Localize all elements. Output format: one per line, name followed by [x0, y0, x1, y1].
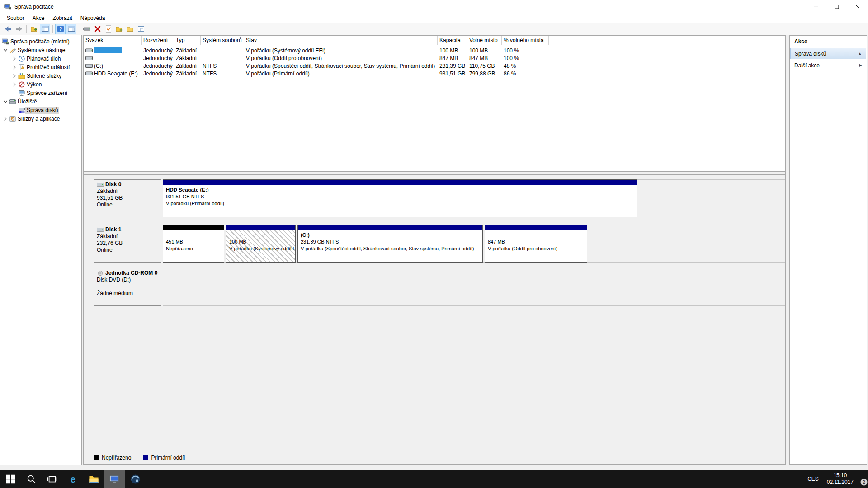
taskbar-search[interactable]: [21, 470, 42, 488]
volume-row[interactable]: JednoduchýZákladníV pořádku (Oddíl pro o…: [84, 54, 785, 62]
tree-item-sprava-pocitace-mistni[interactable]: Správa počítače (místní): [0, 37, 81, 46]
check-document-button[interactable]: [103, 24, 113, 34]
volume-cell: [84, 47, 142, 53]
taskbar-computer-management[interactable]: [104, 470, 125, 488]
column-header-stav[interactable]: Stav: [244, 36, 438, 45]
partition[interactable]: HDD Seagate (E:)931,51 GB NTFSV pořádku …: [163, 179, 637, 217]
device-manager-icon: [18, 89, 25, 97]
volume-cell: HDD Seagate (E:): [84, 70, 142, 77]
tree-item-sluzby-a-aplikace[interactable]: Služby a aplikace: [0, 114, 81, 123]
action-sprava-disku[interactable]: Správa disků▲: [790, 48, 866, 59]
tree-item-planovac-uloh[interactable]: Plánovač úloh: [0, 54, 81, 63]
tree-item-label: Správce zařízení: [25, 89, 69, 97]
taskbar-start[interactable]: [0, 470, 21, 488]
task-view-icon: [47, 474, 57, 484]
tree-item-prohlizec-udalosti[interactable]: Prohlížeč událostí: [0, 63, 81, 71]
disk-header[interactable]: Disk 0Základní931,51 GBOnline: [94, 179, 161, 217]
minimize-icon: [813, 4, 819, 10]
column-header-svazek[interactable]: Svazek: [84, 36, 142, 45]
menu-napoveda[interactable]: Nápověda: [76, 14, 109, 23]
close-icon: [854, 4, 861, 10]
tray-date: 02.11.2017: [827, 479, 854, 486]
disk-header[interactable]: Disk 1Základní232,76 GBOnline: [94, 225, 161, 263]
menu-zobrazit[interactable]: Zobrazit: [48, 14, 76, 23]
tray-clock[interactable]: 15:10 02.11.2017: [822, 470, 858, 488]
tree-item-systemove-nastroje[interactable]: Systémové nástroje: [0, 46, 81, 54]
disk-header[interactable]: Jednotka CD-ROM 0Disk DVD (D:) Žádné méd…: [94, 268, 161, 306]
disk-header-line: Základní: [97, 188, 158, 195]
column-header-volneho-mista[interactable]: % volného místa: [502, 36, 549, 45]
disk-header-line: Online: [97, 247, 158, 253]
tree-item-uloziste[interactable]: Úložiště: [0, 97, 81, 106]
partition[interactable]: (C:)231,39 GB NTFSV pořádku (Spouštěcí o…: [297, 225, 483, 263]
volume-cell: (C:): [84, 63, 142, 69]
folder-button[interactable]: [125, 24, 135, 34]
partition[interactable]: 100 MBV pořádku (Systémový oddíl EFI): [226, 225, 296, 263]
volume-row[interactable]: (C:)JednoduchýZákladníNTFSV pořádku (Spo…: [84, 62, 785, 70]
tray-language[interactable]: CES: [804, 470, 822, 488]
tray-action-center-icon[interactable]: 2: [858, 470, 868, 488]
chevron-down-icon[interactable]: [2, 47, 9, 54]
volume-row[interactable]: JednoduchýZákladníV pořádku (Systémový o…: [84, 47, 785, 54]
task-scheduler-icon: [18, 55, 25, 62]
action-label: Správa disků: [795, 51, 826, 57]
disk-partitions-area: 451 MBNepřiřazeno 100 MBV pořádku (Systé…: [163, 225, 785, 263]
chevron-right-icon[interactable]: [2, 115, 9, 122]
legend-swatch: [94, 455, 99, 460]
chevron-right-icon[interactable]: [11, 64, 18, 71]
chevron-right-icon[interactable]: [11, 55, 18, 62]
volume-cell: V pořádku (Oddíl pro obnovení): [244, 55, 438, 61]
help-button[interactable]: ?: [55, 24, 66, 34]
export-list-button[interactable]: [29, 24, 39, 34]
menu-akce[interactable]: Akce: [28, 14, 49, 23]
drive-icon: [97, 227, 104, 233]
computer-management-window: Správa počítače SouborAkceZobrazitNápově…: [0, 0, 868, 470]
close-button[interactable]: [847, 0, 868, 14]
back-button[interactable]: [3, 24, 13, 34]
show-action-pane-button[interactable]: [66, 24, 76, 34]
graphical-view: Disk 0Základní931,51 GBOnlineHDD Seagate…: [84, 175, 785, 464]
chevron-down-icon[interactable]: [2, 98, 9, 105]
taskbar-apps: e: [0, 470, 146, 488]
chevron-right-icon[interactable]: [11, 72, 18, 80]
app-icon: [130, 474, 141, 484]
action-dalsi-akce[interactable]: Další akce▶: [790, 60, 866, 71]
add-folder-button[interactable]: [114, 24, 124, 34]
tree-item-vykon[interactable]: Výkon: [0, 80, 81, 89]
tree-item-sdilene-slozky[interactable]: Sdílené složky: [0, 71, 81, 80]
show-console-tree-button[interactable]: [40, 24, 50, 34]
disk-button[interactable]: [81, 24, 92, 34]
partition[interactable]: 451 MBNepřiřazeno: [163, 225, 224, 263]
volume-row[interactable]: HDD Seagate (E:)JednoduchýZákladníNTFSV …: [84, 70, 785, 77]
chevron-right-icon[interactable]: [11, 81, 18, 88]
disk-management-icon: [18, 107, 25, 114]
menu-soubor[interactable]: Soubor: [3, 14, 28, 23]
svg-text:?: ?: [59, 26, 62, 32]
column-header-filler: [549, 36, 785, 45]
column-header-volne-misto[interactable]: Volné místo: [467, 36, 502, 45]
tray-chevron-up-icon[interactable]: [782, 470, 789, 488]
maximize-button[interactable]: [826, 0, 847, 14]
volume-cell: V pořádku (Primární oddíl): [244, 70, 438, 77]
column-header-system-souboru[interactable]: Systém souborů: [201, 36, 244, 45]
taskbar-file-explorer[interactable]: [83, 470, 104, 488]
tree-item-sprava-disku[interactable]: Správa disků: [0, 106, 81, 114]
column-header-rozvrzeni[interactable]: Rozvržení: [142, 36, 174, 45]
disk-header-line: Základní: [97, 233, 158, 240]
tree-item-spravce-zarizeni[interactable]: Správce zařízení: [0, 89, 81, 97]
delete-button[interactable]: [92, 24, 103, 34]
taskbar-app[interactable]: [125, 470, 146, 488]
details-button[interactable]: [136, 24, 146, 34]
tray-volume-icon[interactable]: [797, 470, 804, 488]
column-header-typ[interactable]: Typ: [174, 36, 201, 45]
forward-button[interactable]: [14, 24, 24, 34]
partition[interactable]: 847 MBV pořádku (Oddíl pro obnovení): [485, 225, 587, 263]
column-header-kapacita[interactable]: Kapacita: [438, 36, 467, 45]
minimize-button[interactable]: [806, 0, 826, 14]
partition-info: 451 MBNepřiřazeno: [163, 230, 224, 253]
taskbar-task-view[interactable]: [42, 470, 62, 488]
tray-network-icon[interactable]: [789, 470, 797, 488]
disk-header-line: [97, 283, 158, 290]
horizontal-splitter[interactable]: [84, 171, 785, 175]
taskbar-edge[interactable]: e: [62, 470, 83, 488]
